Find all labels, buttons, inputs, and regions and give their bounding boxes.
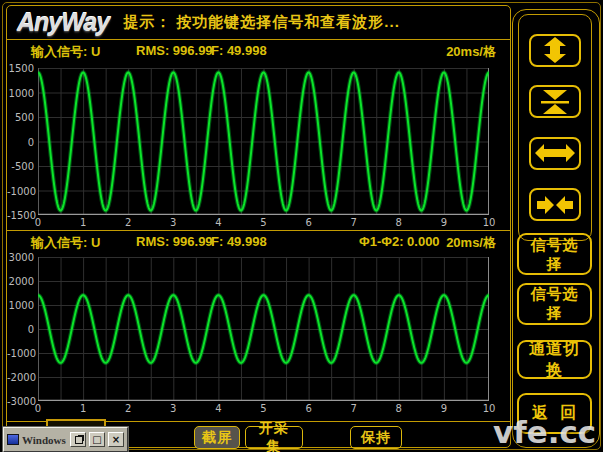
chart2-header: 输入信号: U RMS: 996.99 F: 49.998 Φ1-Φ2: 0.0… <box>7 234 510 254</box>
x-axis-tick-label: 5 <box>255 217 273 228</box>
y-axis-tick-label: 1000 <box>7 300 34 311</box>
waveform-svg <box>38 68 489 215</box>
x-axis-tick-label: 1 <box>74 217 92 228</box>
y-axis-tick-label: 2000 <box>7 276 34 287</box>
main-panel: AnyWay 提示： 按功能键选择信号和查看波形... 输入信号: U RMS:… <box>6 5 511 448</box>
x-axis-tick-label: 2 <box>119 403 137 414</box>
x-axis-tick-label: 3 <box>164 403 182 414</box>
waveform-plot-1 <box>38 68 489 215</box>
channel-switch-button[interactable]: 通道切换 <box>517 340 592 379</box>
x-axis-tick-label: 6 <box>300 217 318 228</box>
signal-select-down-label: 信号选择 <box>525 285 584 323</box>
waveform-svg <box>38 257 489 401</box>
oscilloscope-screen: AnyWay 提示： 按功能键选择信号和查看波形... 输入信号: U RMS:… <box>0 0 603 452</box>
chart1-signal-label: 输入信号: U <box>31 43 100 61</box>
chart2-frequency-value: F: 49.998 <box>211 234 267 249</box>
chart2-phase-value: Φ1-Φ2: 0.000 <box>359 234 440 249</box>
chart1-header: 输入信号: U RMS: 996.99 F: 49.998 20ms/格 <box>7 43 510 63</box>
close-button[interactable]: × <box>108 432 124 447</box>
signal-select-up-label: 信号选择 <box>525 236 584 274</box>
y-axis-tick-label: 0 <box>7 324 34 335</box>
anyway-logo: AnyWay <box>17 8 109 37</box>
x-axis-tick-label: 0 <box>29 217 47 228</box>
compress-horizontal-icon <box>535 192 575 218</box>
window-title: Windows ... <box>22 434 67 446</box>
maximize-button[interactable]: □ <box>89 432 105 447</box>
title-bar: AnyWay 提示： 按功能键选择信号和查看波形... <box>7 6 510 40</box>
signal-select-down-button[interactable]: 信号选择 <box>517 283 592 325</box>
x-axis-tick-label: 8 <box>390 217 408 228</box>
expand-horizontal-button[interactable] <box>529 137 581 170</box>
x-axis-tick-label: 4 <box>209 217 227 228</box>
channel-switch-label: 通道切换 <box>525 339 584 381</box>
compress-vertical-button[interactable] <box>529 85 581 118</box>
chart2-signal-label: 输入信号: U <box>31 234 100 252</box>
y-axis-tick-label: 3000 <box>7 252 34 263</box>
x-axis-tick-label: 3 <box>164 217 182 228</box>
x-axis-tick-label: 0 <box>29 403 47 414</box>
y-axis-tick-label: -2000 <box>7 372 34 383</box>
x-axis-tick-label: 10 <box>480 217 498 228</box>
expand-vertical-icon <box>535 37 575 63</box>
chart2-timebase: 20ms/格 <box>446 234 496 252</box>
chart2-rms-value: RMS: 996.99 <box>136 234 213 249</box>
screenshot-button[interactable]: 截屏 <box>194 426 240 449</box>
sidebar: 信号选择 信号选择 通道切换 返 回 <box>512 9 600 448</box>
x-axis-tick-label: 10 <box>480 403 498 414</box>
x-axis-tick-label: 5 <box>255 403 273 414</box>
chart1-rms-value: RMS: 996.99 <box>136 43 213 58</box>
y-axis-tick-label: 1500 <box>7 63 34 74</box>
x-axis-tick-label: 1 <box>74 403 92 414</box>
y-axis-tick-label: -1000 <box>7 186 34 197</box>
compress-horizontal-button[interactable] <box>529 188 581 221</box>
compress-vertical-icon <box>535 89 575 115</box>
x-axis-tick-label: 8 <box>390 403 408 414</box>
zoom-button-group <box>518 14 592 241</box>
start-acquisition-button[interactable]: 开采集 <box>245 426 303 449</box>
y-axis-tick-label: -500 <box>7 161 34 172</box>
hold-button[interactable]: 保持 <box>350 426 402 449</box>
taskbar-window[interactable]: Windows ... □ × <box>3 427 128 452</box>
expand-vertical-button[interactable] <box>529 34 581 67</box>
y-axis-tick-label: 500 <box>7 112 34 123</box>
x-axis-tick-label: 2 <box>119 217 137 228</box>
signal-select-up-button[interactable]: 信号选择 <box>517 233 592 275</box>
hint-text: 提示： 按功能键选择信号和查看波形... <box>123 13 400 32</box>
x-axis-tick-label: 7 <box>345 217 363 228</box>
vfe-watermark: vfe.cc <box>493 414 596 450</box>
x-axis-tick-label: 4 <box>209 403 227 414</box>
x-axis-tick-label: 9 <box>435 403 453 414</box>
chart1-frequency-value: F: 49.998 <box>211 43 267 58</box>
waveform-plot-2 <box>38 257 489 401</box>
expand-horizontal-icon <box>535 140 575 166</box>
restore-button[interactable] <box>70 432 86 447</box>
restore-icon <box>75 436 83 444</box>
x-axis-tick-label: 9 <box>435 217 453 228</box>
window-icon <box>7 434 19 445</box>
panel-separator <box>7 230 510 231</box>
chart1-timebase: 20ms/格 <box>446 43 496 61</box>
y-axis-tick-label: 1000 <box>7 88 34 99</box>
y-axis-tick-label: 0 <box>7 137 34 148</box>
x-axis-tick-label: 6 <box>300 403 318 414</box>
x-axis-tick-label: 7 <box>345 403 363 414</box>
y-axis-tick-label: -1000 <box>7 348 34 359</box>
